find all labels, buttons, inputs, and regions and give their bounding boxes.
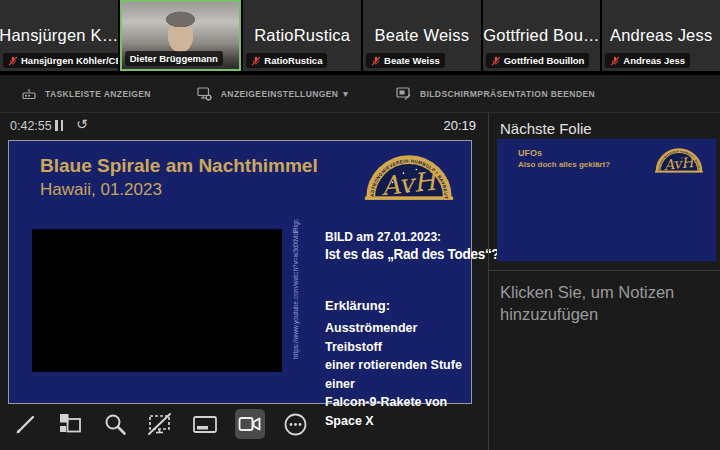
slide-explanation-line: einer rotierenden Stufe einer: [325, 356, 467, 393]
participant-label: Dieter Brüggemann: [125, 51, 223, 66]
pause-timer-button[interactable]: [55, 120, 63, 131]
slide-subtitle: Hawaii, 01.2023: [40, 180, 162, 200]
black-screen-button[interactable]: [145, 409, 175, 439]
participant-label: Hansjürgen Köhler/CE…: [3, 53, 118, 68]
restart-timer-button[interactable]: ↺: [76, 116, 88, 132]
slide-explanation-line: Falcon-9-Rakete von Space X: [325, 393, 467, 430]
display-settings-button[interactable]: ANZEIGEEINSTELLUNGEN ▼: [197, 87, 350, 101]
participant-tile[interactable]: Andreas Jess Andreas Jess: [602, 0, 720, 71]
participant-name: Gottfried Bou…: [483, 26, 600, 45]
next-slide-thumbnail[interactable]: UFOs Also doch alles geklärt? ASTRONOMIE…: [497, 139, 716, 261]
logo-script-text: AvH: [662, 154, 696, 173]
display-settings-icon: [197, 87, 212, 101]
slide-grid-icon: [57, 411, 83, 437]
subtitles-toggle-button[interactable]: [190, 409, 220, 439]
screen-annotate-icon: [146, 411, 174, 437]
see-all-slides-button[interactable]: [55, 409, 85, 439]
panel-divider: [488, 113, 489, 450]
participant-name: Hansjürgen K…: [0, 26, 118, 45]
participant-strip: Hansjürgen K… Hansjürgen Köhler/CE… Diet…: [0, 0, 720, 75]
logo-script-text: AvH: [379, 165, 441, 201]
participant-label: Gottfried Bouillon: [486, 53, 590, 68]
elapsed-timer: 0:42:55: [10, 119, 52, 133]
next-slide-title: UFOs: [518, 148, 542, 158]
camera-feed-button[interactable]: [235, 409, 265, 439]
slide-heading-2: Ist es das „Rad des Todes“?: [325, 246, 457, 262]
annotation-toolbar: [10, 409, 310, 439]
participant-name: Andreas Jess: [610, 26, 712, 45]
timer-row: 0:42:55 ↺ 20:19: [0, 113, 488, 139]
more-options-button[interactable]: [280, 409, 310, 439]
magnifier-icon: [102, 411, 128, 437]
slide-text-block: BILD am 27.01.2023: Ist es das „Rad des …: [325, 230, 467, 430]
presenter-toolbar: TASKLEISTE ANZEIGEN ANZEIGEEINSTELLUNGEN…: [0, 75, 720, 113]
taskbar-icon: [22, 88, 36, 100]
subtitles-icon: [191, 411, 219, 437]
participant-label: Beate Weiss: [366, 53, 445, 68]
current-slide[interactable]: Blaue Spirale am Nachthimmel Hawaii, 01.…: [8, 140, 472, 404]
muted-mic-icon: [251, 56, 261, 66]
astronomy-club-logo: ASTRONOMIEVEREIN HUMBOLDT BAYREUTH E.V. …: [363, 147, 455, 203]
muted-mic-icon: [610, 56, 620, 66]
participant-name: Beate Weiss: [375, 26, 470, 45]
end-presentation-button[interactable]: BILDSCHIRMPRÄSENTATION BEENDEN: [396, 87, 595, 100]
pen-icon: [12, 411, 38, 437]
muted-mic-icon: [8, 56, 18, 66]
current-time: 20:19: [443, 118, 476, 133]
muted-mic-icon: [491, 56, 501, 66]
participant-tile[interactable]: Gottfried Bou… Gottfried Bouillon: [483, 0, 601, 71]
pen-tool-button[interactable]: [10, 409, 40, 439]
slide-explanation-line: Ausströmender Treibstoff: [325, 319, 467, 356]
participant-tile-active-speaker[interactable]: Dieter Brüggemann: [120, 0, 242, 71]
slide-explanation-title: Erklärung:: [325, 298, 467, 313]
participant-tile[interactable]: Beate Weiss Beate Weiss: [363, 0, 481, 71]
notes-placeholder[interactable]: Klicken Sie, um Notizen hinzuzufügen: [500, 281, 685, 325]
astronomy-club-logo: ASTRONOMIEVEREIN HUMBOLDT BAYREUTH E.V. …: [654, 144, 704, 174]
participant-label: Andreas Jess: [605, 53, 690, 68]
video-source-url: https://www.youtube.com/watch?v=w3dXMdRi…: [292, 229, 299, 359]
participant-tile[interactable]: RatioRustica RatioRustica: [243, 0, 361, 71]
slide-title: Blaue Spirale am Nachthimmel: [40, 155, 318, 177]
participant-tile[interactable]: Hansjürgen K… Hansjürgen Köhler/CE…: [0, 0, 118, 71]
video-camera-icon: [237, 411, 263, 437]
end-presentation-icon: [396, 87, 411, 100]
notes-divider: [489, 270, 720, 271]
show-taskbar-button[interactable]: TASKLEISTE ANZEIGEN: [22, 88, 151, 100]
next-slide-header: Nächste Folie: [500, 120, 592, 137]
participant-label: RatioRustica: [246, 53, 327, 68]
zoom-slide-button[interactable]: [100, 409, 130, 439]
ellipsis-icon: [282, 411, 309, 438]
embedded-video-placeholder[interactable]: [32, 229, 282, 372]
muted-mic-icon: [371, 56, 381, 66]
participant-name: RatioRustica: [254, 26, 350, 45]
next-slide-subtitle: Also doch alles geklärt?: [518, 160, 610, 169]
slide-heading-1: BILD am 27.01.2023:: [325, 230, 467, 244]
